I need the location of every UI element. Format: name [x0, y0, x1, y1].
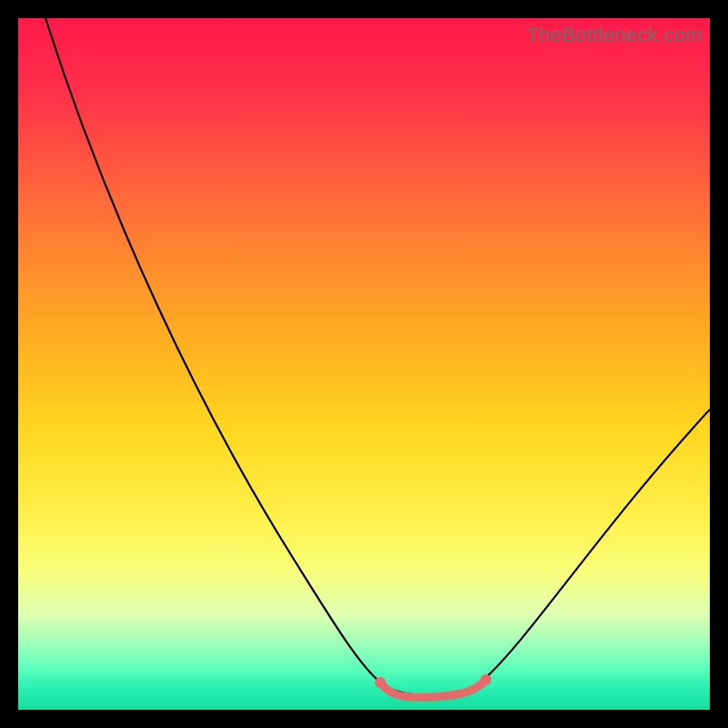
bottleneck-curve-path: [46, 18, 710, 695]
bottleneck-chart: [18, 18, 710, 710]
valley-dot-left: [375, 677, 386, 688]
chart-frame: TheBottleneck.com: [18, 18, 710, 710]
valley-dot-right: [480, 674, 491, 685]
valley-highlight-path: [380, 680, 486, 697]
